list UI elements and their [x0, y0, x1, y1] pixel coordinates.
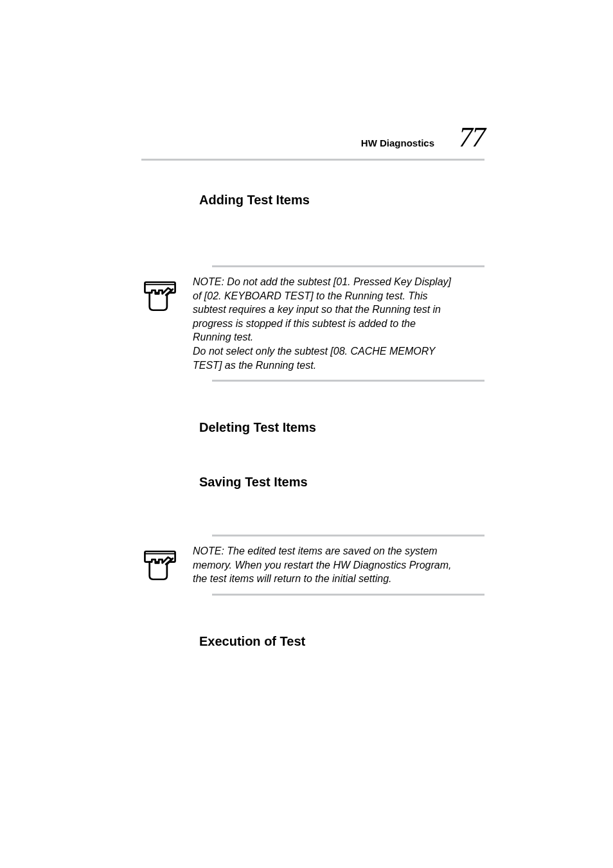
page-header: HW Diagnostics 77: [141, 121, 484, 154]
page-number: 77: [459, 121, 484, 154]
heading-adding-test-items: Adding Test Items: [199, 193, 484, 208]
header-rule: [141, 159, 484, 161]
heading-saving-test-items: Saving Test Items: [199, 475, 484, 490]
heading-deleting-test-items: Deleting Test Items: [199, 420, 484, 435]
heading-execution-of-test: Execution of Test: [199, 634, 484, 649]
header-label: HW Diagnostics: [361, 137, 434, 148]
note-rule-bottom: [212, 380, 484, 382]
note-rule-bottom-2: [212, 594, 484, 596]
pointing-hand-icon: [141, 278, 179, 315]
pointing-hand-icon: [141, 547, 179, 584]
note-text-2: NOTE: The edited test items are saved on…: [193, 544, 456, 586]
note-text-1: NOTE: Do not add the subtest [01. Presse…: [193, 275, 456, 372]
note-block-2: NOTE: The edited test items are saved on…: [141, 535, 484, 596]
note-block-1: NOTE: Do not add the subtest [01. Presse…: [141, 265, 484, 382]
